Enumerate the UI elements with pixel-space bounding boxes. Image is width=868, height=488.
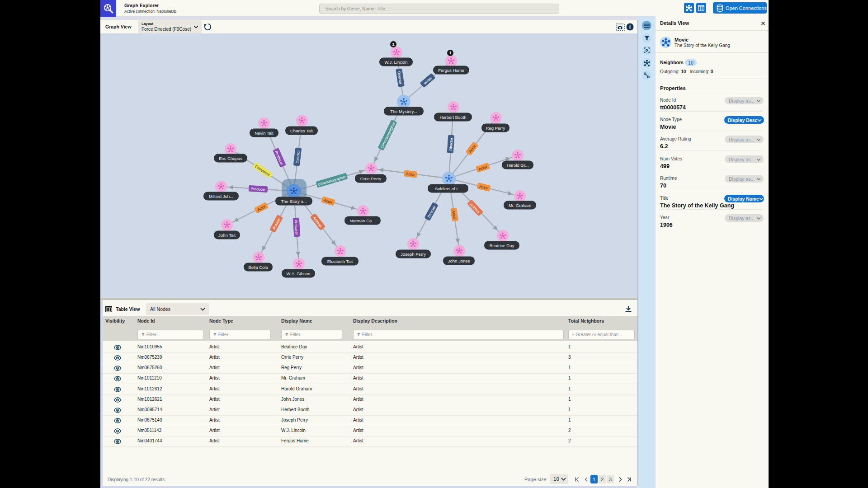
svg-text:Norman Ca...: Norman Ca... [350,218,376,223]
svg-text:John Tait: John Tait [218,233,236,238]
svg-text:W.A. Gibson: W.A. Gibson [287,271,311,276]
svg-text:Nevin Tait: Nevin Tait [255,131,274,136]
svg-text:1: 1 [392,42,394,47]
svg-text:Fergus Hume: Fergus Hume [438,68,464,73]
svg-text:Orrie Perry: Orrie Perry [360,176,382,181]
svg-text:Joseph Perry: Joseph Perry [401,252,426,257]
svg-text:Cinematographer: Cinematographer [380,122,396,149]
svg-text:Reg Perry: Reg Perry [486,126,505,131]
svg-text:W.J. Lincoln: W.J. Lincoln [384,60,407,65]
svg-text:Mr. Graham: Mr. Graham [509,203,531,208]
svg-text:The Story o...: The Story o... [281,199,307,204]
svg-text:Beatrice Day: Beatrice Day [490,243,514,248]
svg-text:John Jones: John Jones [448,258,470,263]
svg-text:Elizabeth Tait: Elizabeth Tait [327,259,353,264]
svg-text:Eric Chapus: Eric Chapus [219,156,242,161]
svg-text:Director: Director [449,137,454,150]
svg-text:Soldiers of t...: Soldiers of t... [435,186,461,191]
svg-text:Millard Joh...: Millard Joh... [209,194,233,199]
svg-text:Harold Gr...: Harold Gr... [507,163,529,168]
svg-text:The Mystery...: The Mystery... [390,109,417,114]
svg-text:Charles Tait: Charles Tait [290,128,313,133]
svg-text:Herbert Booth: Herbert Booth [439,115,466,120]
svg-text:Bella Cola: Bella Cola [248,265,268,270]
svg-text:1: 1 [449,51,451,55]
